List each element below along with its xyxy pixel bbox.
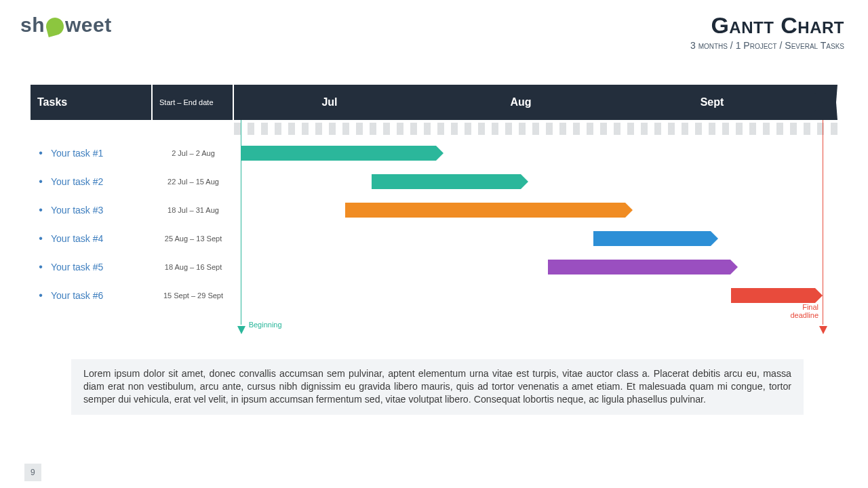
gantt-row: •Your task #518 Aug – 16 Sept — [31, 253, 837, 281]
task-dates: 25 Aug – 13 Sept — [153, 235, 234, 243]
bullet-icon: • — [31, 176, 51, 188]
bullet-icon: • — [31, 289, 51, 302]
bullet-icon: • — [31, 261, 51, 273]
task-bar — [372, 174, 521, 189]
task-track — [234, 253, 837, 281]
month-heading: Jul — [234, 85, 425, 120]
task-dates: 22 Jul – 15 Aug — [153, 178, 234, 186]
task-name: Your task #4 — [51, 233, 153, 244]
bullet-icon: • — [31, 204, 51, 216]
task-bar — [593, 231, 710, 246]
task-dates: 15 Sept – 29 Sept — [153, 291, 234, 300]
leaf-icon — [44, 16, 66, 37]
page-title: Gantt Chart — [690, 12, 844, 39]
task-name: Your task #3 — [51, 205, 153, 216]
task-track — [234, 196, 837, 224]
task-name: Your task #6 — [51, 290, 153, 301]
page-header: Gantt Chart 3 months / 1 Project / Sever… — [690, 12, 844, 51]
gantt-row: •Your task #615 Sept – 29 Sept — [31, 281, 837, 310]
gantt-row: •Your task #318 Jul – 31 Aug — [31, 196, 837, 224]
brand-logo: sh weet — [20, 14, 112, 37]
page-subtitle: 3 months / 1 Project / Several Tasks — [690, 40, 844, 51]
begin-marker-label: Beginning — [249, 321, 282, 329]
gantt-row: •Your task #425 Aug – 13 Sept — [31, 224, 837, 253]
task-dates: 18 Jul – 31 Aug — [153, 206, 234, 214]
logo-text-post: weet — [65, 14, 112, 37]
task-track — [234, 224, 837, 253]
month-heading: Sept — [616, 85, 808, 120]
task-bar — [345, 203, 625, 218]
gantt-header-row: Tasks Start – End date Jul Aug Sept — [31, 85, 837, 120]
task-track — [234, 281, 837, 310]
task-dates: 18 Aug – 16 Sept — [153, 263, 234, 271]
page-number: 9 — [24, 464, 41, 481]
col-tasks-heading: Tasks — [31, 85, 153, 120]
task-bar — [241, 146, 436, 161]
gantt-row: •Your task #12 Jul – 2 Aug — [31, 139, 837, 167]
task-track — [234, 167, 837, 196]
task-track — [234, 139, 837, 167]
gantt-chart: Tasks Start – End date Jul Aug Sept Begi… — [31, 85, 837, 310]
bullet-icon: • — [31, 147, 51, 159]
task-bar — [731, 288, 815, 303]
task-dates: 2 Jul – 2 Aug — [153, 149, 234, 157]
chevron-right-icon — [808, 85, 837, 120]
task-name: Your task #1 — [51, 148, 153, 159]
day-ruler — [234, 123, 837, 135]
logo-text-pre: sh — [20, 14, 45, 37]
description-paragraph: Lorem ipsum dolor sit amet, donec conval… — [71, 359, 804, 415]
month-heading: Aug — [425, 85, 616, 120]
task-name: Your task #2 — [51, 176, 153, 187]
bullet-icon: • — [31, 232, 51, 245]
gantt-rows: •Your task #12 Jul – 2 Aug•Your task #22… — [31, 139, 837, 310]
col-dates-heading: Start – End date — [153, 85, 234, 120]
task-name: Your task #5 — [51, 262, 153, 272]
gantt-row: •Your task #222 Jul – 15 Aug — [31, 167, 837, 196]
task-bar — [548, 260, 730, 274]
